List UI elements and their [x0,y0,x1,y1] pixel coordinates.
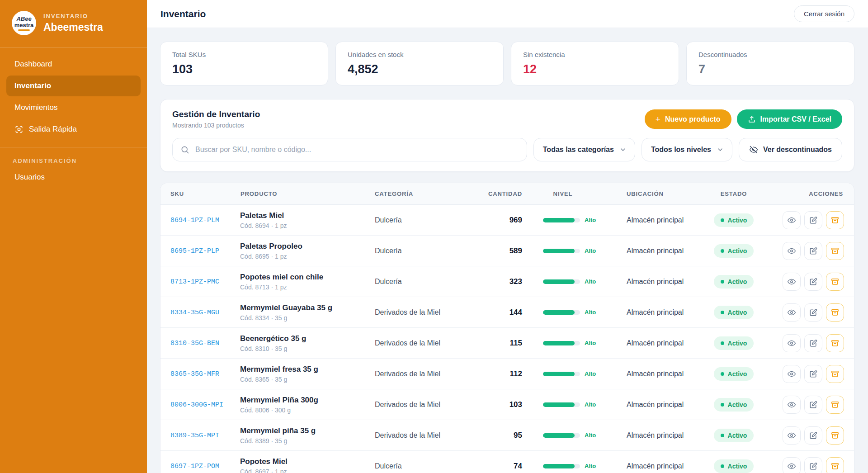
level-cell: Alto [522,432,604,439]
new-product-button[interactable]: + Nuevo producto [645,109,731,129]
level-cell: Alto [522,247,604,254]
level-cell: Alto [522,370,604,377]
product-code: Cód. 8006 · 300 g [240,407,375,414]
archive-button[interactable] [826,242,844,260]
column-header-categoria: CATEGORÍA [375,183,456,204]
sidebar-item-movimientos[interactable]: Movimientos [6,97,141,118]
sidebar-item-usuarios[interactable]: Usuarios [6,167,141,188]
status-badge: Activo [714,429,754,442]
show-discontinued-button[interactable]: Ver descontinuados [739,138,842,161]
archive-box-icon [830,216,840,225]
table-row: 8389-35G-MPI Mermymiel piña 35 g Cód. 83… [160,420,854,451]
level-label: Alto [585,309,596,316]
view-button[interactable] [783,273,801,291]
product-name: Mermymiel Guayaba 35 g [240,303,375,312]
quantity-cell: 115 [456,339,522,348]
view-button[interactable] [783,426,801,445]
stat-value: 7 [698,62,842,76]
archive-button[interactable] [826,334,844,352]
edit-button[interactable] [804,303,822,322]
archive-box-icon [830,369,840,378]
edit-button[interactable] [804,211,822,229]
sidebar-item-dashboard[interactable]: Dashboard [6,54,141,75]
level-label: Alto [585,247,596,254]
view-button[interactable] [783,396,801,414]
plus-icon: + [656,115,660,123]
level-filter-select[interactable]: Todos los niveles [642,138,732,161]
archive-button[interactable] [826,211,844,229]
table-row: 8713-1PZ-PMC Popotes miel con chile Cód.… [160,266,854,297]
level-bar [543,341,580,345]
product-name: Paletas Miel [240,211,375,220]
brand-block: ABee mestra INVENTARIO Abeemestra [0,0,147,47]
archive-button[interactable] [826,303,844,322]
view-button[interactable] [783,242,801,260]
column-header-producto: PRODUCTO [240,183,375,204]
sidebar-item-salida-rapida[interactable]: Salida Rápida [6,119,141,140]
view-button[interactable] [783,365,801,383]
status-dot-icon [721,464,724,468]
level-filter-value: Todos los niveles [651,146,711,154]
edit-button[interactable] [804,273,822,291]
product-code: Cód. 8713 · 1 pz [240,284,375,291]
company-logo: ABee mestra [12,11,36,35]
category-cell: Derivados de la Miel [375,431,456,440]
table-row: 8694-1PZ-PLM Paletas Miel Cód. 8694 · 1 … [160,205,854,236]
logout-button[interactable]: Cerrar sesión [794,5,854,22]
archive-button[interactable] [826,457,844,473]
sidebar-section-label: ADMINISTRACIÓN [0,147,147,167]
edit-button[interactable] [804,365,822,383]
sku-link[interactable]: 8310-35G-BEN [170,340,219,347]
product-code: Cód. 8695 · 1 pz [240,253,375,260]
level-bar [543,279,580,284]
archive-button[interactable] [826,396,844,414]
sku-link[interactable]: 8697-1PZ-POM [170,463,219,470]
edit-button[interactable] [804,334,822,352]
panel-title: Gestión de Inventario [172,109,260,119]
quantity-cell: 144 [456,308,522,317]
edit-button[interactable] [804,457,822,473]
view-button[interactable] [783,211,801,229]
location-cell: Almacén principal [604,308,697,317]
status-label: Activo [728,217,747,224]
view-button[interactable] [783,303,801,322]
category-filter-select[interactable]: Todas las categorías [533,138,635,161]
stat-card-sin-existencia: Sin existencia 12 [511,42,679,85]
sku-link[interactable]: 8365-35G-MFR [170,370,219,378]
archive-button[interactable] [826,273,844,291]
product-code: Cód. 8389 · 35 g [240,437,375,445]
level-cell: Alto [522,278,604,285]
view-button[interactable] [783,457,801,473]
edit-button[interactable] [804,396,822,414]
status-dot-icon [721,372,724,376]
sidebar-item-inventario[interactable]: Inventario [6,76,141,96]
category-cell: Derivados de la Miel [375,339,456,347]
sku-link[interactable]: 8006-300G-MPI [170,401,223,409]
edit-button[interactable] [804,426,822,445]
sku-link[interactable]: 8695-1PZ-PLP [170,247,219,255]
edit-icon [809,369,818,378]
column-header-acciones: ACCIONES [771,183,854,204]
stat-label: Descontinuados [698,51,842,58]
edit-button[interactable] [804,242,822,260]
archive-button[interactable] [826,365,844,383]
eye-icon [787,369,796,378]
level-bar-fill [543,279,575,284]
sku-link[interactable]: 8389-35G-MPI [170,432,219,440]
location-cell: Almacén principal [604,216,697,224]
sku-link[interactable]: 8694-1PZ-PLM [170,217,219,224]
eye-off-icon [749,145,758,154]
view-button[interactable] [783,334,801,352]
import-csv-button[interactable]: Importar CSV / Excel [737,109,842,129]
sku-link[interactable]: 8713-1PZ-PMC [170,278,219,286]
archive-button[interactable] [826,426,844,445]
sku-link[interactable]: 8334-35G-MGU [170,309,219,317]
status-badge: Activo [714,459,754,473]
sidebar-item-label: Dashboard [14,60,52,69]
column-header-estado: ESTADO [697,183,771,204]
search-input[interactable] [172,138,527,161]
logo-text-line1: ABee [16,16,31,22]
status-label: Activo [728,401,747,408]
eye-icon [787,462,796,471]
location-cell: Almacén principal [604,339,697,347]
